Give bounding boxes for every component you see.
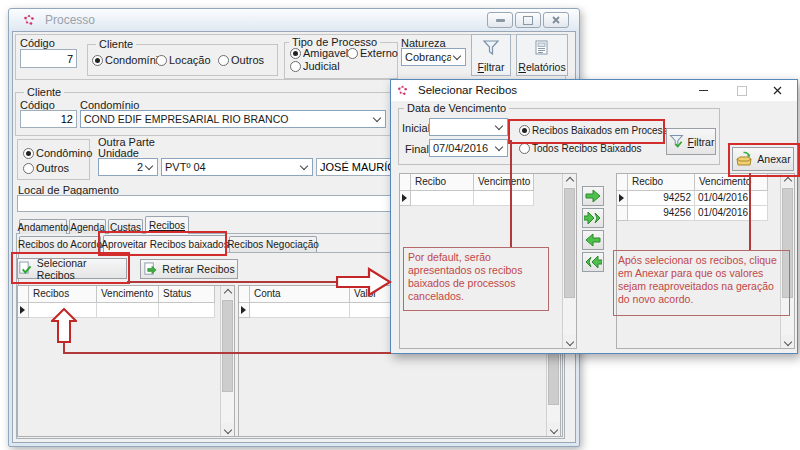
- scroll-up-icon: [565, 176, 573, 184]
- scroll-up-button[interactable]: [781, 174, 794, 187]
- attach-box-icon: [735, 151, 753, 167]
- close-button[interactable]: [543, 12, 569, 28]
- tab-agenda[interactable]: Agenda: [69, 219, 106, 234]
- row-pointer-icon: [241, 306, 246, 314]
- tab-andamento[interactable]: Andamento: [19, 219, 67, 234]
- subtab-recibos-acordo[interactable]: Recibos do Acordo: [19, 236, 101, 252]
- dialog-filtrar-button[interactable]: Filtrar: [666, 128, 716, 155]
- col-header-vencimento[interactable]: Vencimento: [97, 286, 159, 303]
- radio-condominio[interactable]: [92, 55, 103, 66]
- dialog-close-button[interactable]: [769, 83, 786, 98]
- selecionar-recibos-label: Selecionar Recibos: [37, 257, 126, 281]
- unidade-select[interactable]: 2: [98, 158, 158, 176]
- radio-outros[interactable]: [218, 55, 229, 66]
- tab-recibos[interactable]: Recibos: [145, 216, 189, 234]
- available-grid-scrollbar[interactable]: [562, 174, 576, 348]
- anexar-label: Anexar: [757, 153, 790, 165]
- table-cell: [97, 303, 159, 318]
- scroll-down-button[interactable]: [781, 335, 794, 348]
- minimize-button[interactable]: [487, 12, 513, 28]
- filter-funnel-icon: [481, 38, 501, 58]
- move-right-button[interactable]: [582, 186, 604, 206]
- subtab-recibos-acordo-label: Recibos do Acordo: [18, 239, 102, 250]
- move-all-left-button[interactable]: [582, 252, 604, 272]
- row-pointer-icon: [619, 194, 624, 202]
- radio-recibos-baixados-processos-label: Recibos Baixados em Processos: [532, 125, 678, 136]
- grid-corner: [18, 286, 29, 303]
- cliente-codigo-input[interactable]: [20, 110, 77, 128]
- inicial-date-select[interactable]: [429, 118, 508, 136]
- unidade-desc-value: PVTº 04: [165, 161, 298, 173]
- dialog-filtrar-label: Filtrar: [688, 136, 715, 148]
- vencimento-cell[interactable]: 01/04/2016: [695, 191, 768, 206]
- recibos-grid-scrollbar[interactable]: [220, 286, 234, 436]
- radio-condomino-label: Condômino: [36, 147, 92, 159]
- recibo-cell[interactable]: 94252: [628, 191, 695, 206]
- scroll-down-button[interactable]: [563, 335, 576, 348]
- natureza-select[interactable]: Cobrança: [401, 48, 466, 66]
- radio-condomino[interactable]: [23, 148, 34, 159]
- subtab-recibos-negociacao[interactable]: Recibos Negociação: [229, 236, 317, 252]
- scroll-up-button[interactable]: [221, 286, 234, 299]
- minimize-icon: [496, 19, 505, 22]
- radio-parte-outros[interactable]: [23, 163, 34, 174]
- processo-titlebar[interactable]: Processo: [9, 9, 579, 31]
- radio-locacao[interactable]: [156, 55, 167, 66]
- condominio-select[interactable]: COND EDIF EMPRESARIAL RIO BRANCO: [80, 110, 386, 128]
- grid-corner: [239, 286, 250, 303]
- final-date-select[interactable]: 07/04/2016: [429, 139, 508, 157]
- col-header-vencimento[interactable]: Vencimento: [474, 174, 534, 191]
- col-header-conta[interactable]: Conta: [250, 286, 350, 303]
- dialog-titlebar[interactable]: Selecionar Recibos: [391, 80, 797, 101]
- cliente-section-label: Cliente: [24, 86, 64, 98]
- data-vencimento-group: Data de Vencimento Inicial Final 07/04/2…: [398, 108, 720, 165]
- col-header-recibo[interactable]: Recibo: [628, 174, 695, 191]
- move-all-right-button[interactable]: [582, 208, 604, 228]
- red-arrow-right: [336, 266, 392, 298]
- dialog-minimize-button[interactable]: [695, 83, 712, 98]
- arrow-right-icon: [585, 189, 601, 203]
- scroll-down-button[interactable]: [221, 423, 234, 436]
- recibo-cell[interactable]: 94256: [628, 206, 695, 221]
- table-cell: [474, 191, 534, 206]
- scroll-down-button[interactable]: [547, 423, 560, 436]
- radio-amigavel-label: Amigavel: [303, 47, 348, 59]
- dialog-maximize-button[interactable]: [733, 83, 750, 98]
- selecionar-recibos-button[interactable]: Selecionar Recibos: [17, 258, 127, 279]
- col-header-recibos[interactable]: Recibos: [29, 286, 97, 303]
- cliente-radio-group: Cliente Condomínio Locação Outros: [87, 44, 278, 76]
- filtrar-button[interactable]: Filtrar: [471, 34, 511, 76]
- col-header-recibo[interactable]: Recibo: [411, 174, 474, 191]
- row-selector-cell: [239, 303, 250, 318]
- subtab-aproveitar-recibos[interactable]: Aproveitar Recibos baixados: [103, 235, 227, 253]
- col-header-vencimento[interactable]: Vencimento: [695, 174, 768, 191]
- final-date-value: 07/04/2016: [433, 142, 493, 154]
- unidade-desc-select[interactable]: PVTº 04: [161, 158, 313, 176]
- anexar-button[interactable]: Anexar: [732, 147, 794, 171]
- filtrar-button-label: Filtrar: [478, 61, 505, 73]
- col-header-status[interactable]: Status: [159, 286, 215, 303]
- scroll-up-icon: [223, 288, 231, 296]
- radio-externo[interactable]: [347, 48, 358, 59]
- move-left-button[interactable]: [582, 230, 604, 250]
- vencimento-cell[interactable]: 01/04/2016: [695, 206, 768, 221]
- table-cell: [250, 303, 350, 318]
- tab-custas[interactable]: Custas: [108, 219, 143, 234]
- relatorios-button[interactable]: Relatórios: [516, 34, 568, 76]
- radio-judicial[interactable]: [290, 61, 301, 72]
- radio-recibos-baixados-processos[interactable]: [519, 125, 530, 136]
- radio-amigavel[interactable]: [290, 48, 301, 59]
- recibos-grid: Recibos Vencimento Status: [17, 285, 235, 437]
- retirar-recibos-button[interactable]: Retirar Recibos: [140, 259, 238, 279]
- maximize-button[interactable]: [515, 12, 541, 28]
- scroll-thumb[interactable]: [222, 300, 233, 392]
- scroll-up-button[interactable]: [563, 174, 576, 187]
- radio-todos-recibos-baixados[interactable]: [519, 143, 530, 154]
- scroll-thumb[interactable]: [564, 188, 575, 298]
- radio-todos-recibos-baixados-label: Todos Recibos Baixados: [532, 143, 642, 154]
- cliente-group-label: Cliente: [96, 38, 136, 50]
- row-selector-cell: [617, 191, 628, 206]
- codigo-input[interactable]: [20, 49, 77, 68]
- maximize-icon: [737, 86, 747, 96]
- radio-judicial-label: Judicial: [303, 60, 340, 72]
